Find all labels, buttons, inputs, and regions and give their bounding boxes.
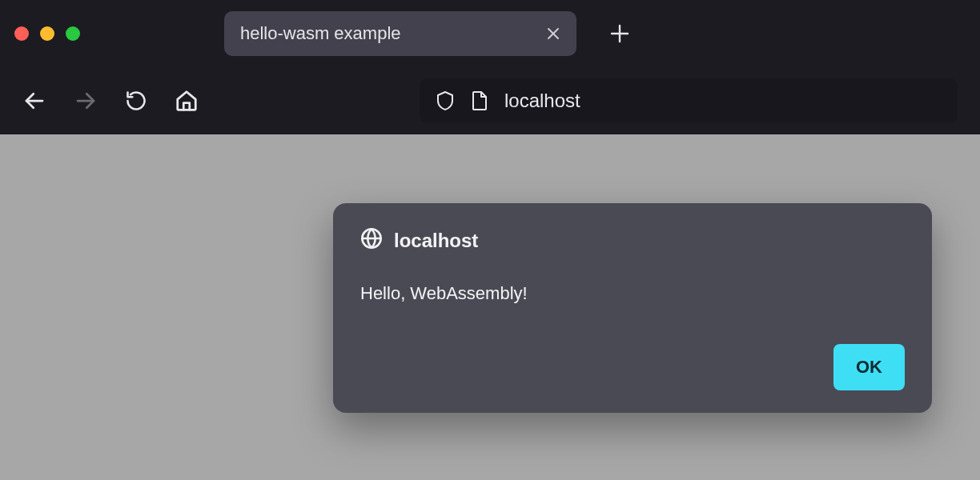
page-icon [471, 90, 488, 111]
window-titlebar: hello-wasm example [0, 0, 980, 67]
close-tab-icon[interactable] [546, 26, 560, 41]
alert-dialog-origin: localhost [394, 230, 478, 252]
alert-dialog-header: localhost [360, 227, 905, 254]
home-button[interactable] [175, 89, 199, 113]
alert-dialog: localhost Hello, WebAssembly! OK [333, 203, 932, 413]
page-viewport: localhost Hello, WebAssembly! OK [0, 134, 980, 480]
address-bar[interactable]: localhost [420, 78, 958, 123]
address-bar-text: localhost [504, 90, 580, 112]
alert-dialog-footer: OK [360, 344, 905, 390]
window-controls [14, 26, 80, 41]
browser-tab[interactable]: hello-wasm example [224, 11, 576, 56]
reload-button[interactable] [125, 90, 147, 112]
forward-button[interactable] [74, 89, 98, 113]
browser-toolbar: localhost [0, 67, 980, 134]
shield-icon [436, 90, 455, 111]
close-window-button[interactable] [14, 26, 29, 41]
maximize-window-button[interactable] [66, 26, 80, 41]
navigation-icons [22, 89, 199, 113]
globe-icon [360, 227, 383, 254]
back-button[interactable] [22, 89, 46, 113]
minimize-window-button[interactable] [40, 26, 54, 41]
new-tab-button[interactable] [605, 19, 634, 48]
alert-dialog-message: Hello, WebAssembly! [360, 283, 905, 304]
ok-button[interactable]: OK [833, 344, 905, 390]
tab-title: hello-wasm example [240, 23, 546, 44]
